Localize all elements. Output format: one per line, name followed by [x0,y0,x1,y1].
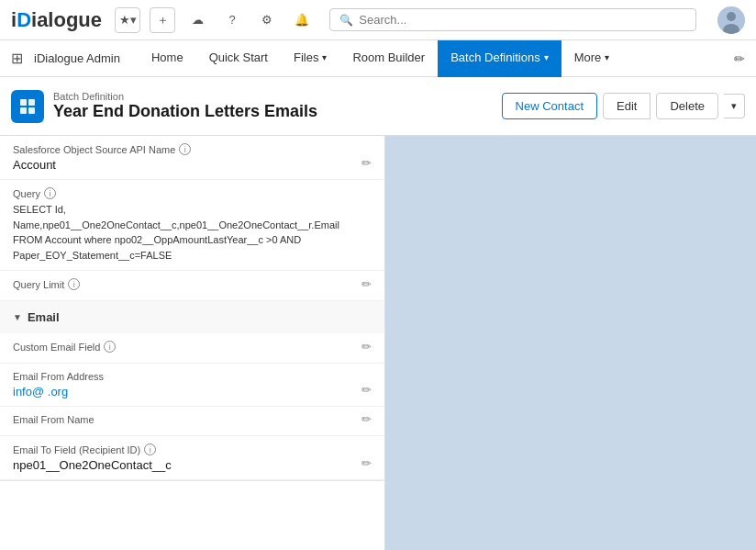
nav-item-home[interactable]: Home [139,40,196,77]
avatar[interactable] [717,6,745,34]
page-header: Batch Definition Year End Donation Lette… [0,77,756,136]
grid-icon[interactable]: ⊞ [11,50,23,67]
nav-item-files[interactable]: Files ▾ [281,40,339,77]
nav-item-batchdefinitions[interactable]: Batch Definitions ▾ [438,40,561,77]
email-from-name-edit-icon[interactable]: ✏ [361,412,372,426]
query-limit-field: Query Limit i ✏ [0,271,384,301]
svg-rect-3 [20,99,27,106]
star-dropdown-button[interactable]: ★▾ [115,7,140,33]
top-bar-icons: ★▾ ＋ ☁ ? ⚙ 🔔 [115,7,315,33]
query-label: Query i [13,187,372,199]
nav-item-quickstart[interactable]: Quick Start [196,40,281,77]
edit-button[interactable]: Edit [603,93,650,119]
svg-rect-5 [20,107,27,114]
email-from-name-label: Email From Name [13,414,372,425]
custom-email-field: Custom Email Field i ✏ [0,333,384,364]
nav-item-roombuilder[interactable]: Room Builder [339,40,438,77]
search-bar[interactable]: 🔍 [329,8,696,31]
top-bar: iDialogue ★▾ ＋ ☁ ? ⚙ 🔔 🔍 [0,0,756,40]
email-to-edit-icon[interactable]: ✏ [361,456,372,470]
breadcrumb: Batch Definition [53,91,317,102]
page-header-left: Batch Definition Year End Donation Lette… [11,90,317,123]
email-from-name-field: Email From Name ✏ [0,407,384,436]
svg-rect-4 [28,99,35,106]
nav-item-more[interactable]: More ▾ [561,40,623,77]
query-value: SELECT Id, Name,npe01__One2OneContact__c… [13,202,372,263]
email-to-label: Email To Field (Recipient ID) i [13,443,372,455]
files-dropdown-arrow: ▾ [322,52,327,62]
page-header-actions: New Contact Edit Delete ▾ [502,93,745,119]
search-input[interactable] [359,13,686,27]
email-section-toggle[interactable]: ▼ [13,312,22,322]
email-section-header: ▼ Email [0,301,384,333]
new-contact-button[interactable]: New Contact [502,93,597,119]
app-name: iDialogue Admin [34,51,120,65]
question-icon[interactable]: ? [219,7,245,33]
salesforce-object-label: Salesforce Object Source API Name i [13,143,372,155]
salesforce-info-icon[interactable]: i [179,143,191,155]
query-info-icon[interactable]: i [44,187,56,199]
email-section: ▼ Email Custom Email Field i ✏ Email Fro… [0,301,384,481]
email-to-field: Email To Field (Recipient ID) i npe01__O… [0,436,384,480]
plus-button[interactable]: ＋ [150,7,175,33]
right-panel [385,136,756,550]
page-header-text: Batch Definition Year End Donation Lette… [53,91,317,121]
page-title: Year End Donation Letters Emails [53,102,317,121]
bell-icon[interactable]: 🔔 [289,7,315,33]
custom-email-label: Custom Email Field i [13,341,372,353]
edit-delete-group: Edit [603,93,650,119]
salesforce-object-field: Salesforce Object Source API Name i Acco… [0,136,384,180]
svg-point-1 [727,12,736,21]
query-limit-info-icon[interactable]: i [68,278,80,290]
query-limit-edit-icon[interactable]: ✏ [361,277,372,291]
email-from-address-value: info@ .org [13,385,372,398]
more-actions-dropdown[interactable]: ▾ [724,94,745,118]
email-from-address-label: Email From Address [13,371,372,382]
cloud-icon[interactable]: ☁ [184,7,210,33]
left-panel: Salesforce Object Source API Name i Acco… [0,136,385,550]
more-dropdown-arrow: ▾ [605,52,609,62]
email-from-address-edit-icon[interactable]: ✏ [361,383,372,397]
salesforce-object-value: Account [13,158,372,172]
custom-email-edit-icon[interactable]: ✏ [361,340,372,354]
gear-icon[interactable]: ⚙ [254,7,280,33]
delete-button[interactable]: Delete [656,93,718,119]
batch-dropdown-arrow: ▾ [544,52,549,62]
nav-edit-icon[interactable]: ✏ [734,51,745,66]
batch-icon [11,90,44,123]
salesforce-edit-icon[interactable]: ✏ [361,156,372,170]
nav-bar: ⊞ iDialogue Admin Home Quick Start Files… [0,40,756,77]
logo-area: iDialogue [11,8,102,32]
email-to-info-icon[interactable]: i [144,443,156,455]
query-field: Query i SELECT Id, Name,npe01__One2OneCo… [0,180,384,271]
email-from-address-field: Email From Address info@ .org ✏ [0,364,384,407]
custom-email-info-icon[interactable]: i [104,341,116,353]
logo: iDialogue [11,8,102,32]
email-to-value: npe01__One2OneContact__c [13,458,372,472]
search-icon: 🔍 [339,14,353,27]
main-content: Salesforce Object Source API Name i Acco… [0,136,756,550]
svg-rect-6 [28,107,35,114]
query-limit-label: Query Limit i [13,278,372,290]
